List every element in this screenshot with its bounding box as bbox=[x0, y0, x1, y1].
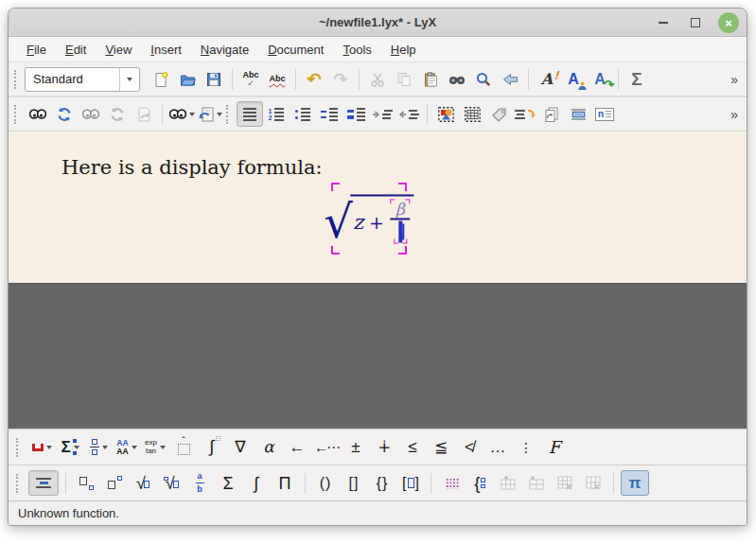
view-other-formats-button[interactable] bbox=[167, 101, 197, 127]
math-inset[interactable]: √ z + β bbox=[331, 183, 407, 254]
menu-document[interactable]: Document bbox=[259, 40, 332, 60]
bullet-list-button[interactable] bbox=[290, 101, 316, 127]
toggle-emphasis-button[interactable]: A ! bbox=[534, 66, 560, 92]
formula-fraction[interactable]: β bbox=[390, 201, 411, 243]
minimize-button[interactable] bbox=[654, 13, 673, 32]
insert-cross-reference-button[interactable] bbox=[538, 101, 565, 127]
title-bar[interactable]: ~/newfile1.lyx* - LyX × bbox=[9, 9, 747, 37]
delete-row-button[interactable] bbox=[552, 470, 578, 496]
enable-view-options-button[interactable] bbox=[131, 101, 157, 127]
superscript-button[interactable] bbox=[101, 470, 128, 496]
delimiters-button[interactable]: [ ] bbox=[397, 470, 424, 496]
update-document-button[interactable] bbox=[51, 101, 78, 127]
binary-operators-button[interactable]: ± bbox=[343, 434, 369, 460]
labeled-list-button[interactable] bbox=[343, 101, 369, 127]
braces-button[interactable]: {} bbox=[369, 470, 396, 496]
subscript-button[interactable] bbox=[73, 470, 99, 496]
menu-edit[interactable]: Edit bbox=[57, 40, 95, 60]
navigate-back-button[interactable] bbox=[497, 66, 523, 92]
leq-slant-button[interactable]: ≦ bbox=[428, 434, 454, 460]
toggle-noun-button[interactable]: A bbox=[560, 66, 587, 92]
insert-label-button[interactable] bbox=[485, 101, 512, 127]
find-button[interactable] bbox=[444, 66, 470, 92]
dots-button[interactable]: … bbox=[484, 434, 511, 460]
check-spelling-button[interactable]: Abc ✓ bbox=[237, 66, 264, 92]
arrows-button[interactable]: ← bbox=[284, 434, 310, 460]
undo-button[interactable]: ↶ bbox=[301, 66, 327, 92]
insert-matrix-button[interactable] bbox=[438, 470, 465, 496]
description-list-button[interactable] bbox=[316, 101, 343, 127]
redo-button[interactable]: ↷ bbox=[327, 66, 354, 92]
fractions-button[interactable] bbox=[85, 434, 112, 460]
view-master-button[interactable] bbox=[78, 101, 104, 127]
copy-button[interactable] bbox=[391, 66, 417, 92]
insert-graphics-button[interactable] bbox=[432, 101, 459, 127]
toolbar-overflow-button[interactable]: » bbox=[725, 72, 743, 87]
find-replace-button[interactable] bbox=[470, 66, 497, 92]
product-button[interactable]: Π bbox=[272, 470, 298, 496]
frame-styles-button[interactable]: F bbox=[541, 434, 568, 460]
decrease-depth-button[interactable] bbox=[396, 101, 422, 127]
negated-relations-button[interactable]: ≮ bbox=[456, 434, 483, 460]
update-other-formats-button[interactable] bbox=[197, 101, 224, 127]
maximize-button[interactable] bbox=[686, 13, 705, 32]
toolbar-drag-handle[interactable] bbox=[16, 438, 23, 457]
toolbar-drag-handle[interactable] bbox=[226, 105, 233, 124]
apply-last-style-button[interactable]: A ↷ bbox=[587, 66, 613, 92]
view-document-button[interactable] bbox=[25, 101, 51, 127]
toolbar-overflow-button[interactable]: » bbox=[725, 107, 743, 122]
paragraph-style-selector[interactable]: Standard bbox=[25, 67, 140, 92]
insert-math-button[interactable]: Σ bbox=[624, 66, 650, 92]
dashed-arrows-button[interactable]: ←⋯ bbox=[312, 434, 341, 460]
open-document-button[interactable] bbox=[174, 66, 201, 92]
increase-depth-button[interactable] bbox=[369, 101, 396, 127]
menu-file[interactable]: File bbox=[18, 40, 55, 60]
math-panel-toggle-button[interactable]: π bbox=[621, 470, 649, 496]
misc-symbols-button[interactable]: ∇ bbox=[227, 434, 254, 460]
relations-button[interactable]: ≤ bbox=[399, 434, 426, 460]
menu-tools[interactable]: Tools bbox=[334, 40, 379, 60]
paragraph-text[interactable]: Here is a display formula: bbox=[62, 156, 323, 179]
fraction-button[interactable]: a b bbox=[186, 470, 213, 496]
big-operators-button[interactable]: ∫ bbox=[199, 434, 225, 460]
fraction-denominator[interactable] bbox=[394, 223, 407, 243]
sum-button[interactable]: Σ bbox=[215, 470, 241, 496]
paste-button[interactable] bbox=[417, 66, 444, 92]
math-spacing-button[interactable] bbox=[28, 434, 55, 460]
math-accents-button[interactable]: ˆ bbox=[170, 434, 197, 460]
insert-note-button[interactable]: n bbox=[591, 101, 618, 127]
add-column-button[interactable] bbox=[523, 470, 550, 496]
insert-table-button[interactable] bbox=[459, 101, 485, 127]
menu-insert[interactable]: Insert bbox=[142, 40, 190, 60]
document-canvas[interactable]: Here is a display formula: √ z + β bbox=[9, 132, 747, 283]
integral-button[interactable]: ∫ bbox=[243, 470, 270, 496]
toolbar-drag-handle[interactable] bbox=[16, 474, 23, 493]
cut-button[interactable] bbox=[364, 66, 391, 92]
math-functions-button[interactable]: exp tan bbox=[142, 434, 168, 460]
close-button[interactable]: × bbox=[718, 12, 739, 33]
toolbar-drag-handle[interactable] bbox=[14, 105, 21, 124]
square-root-button[interactable]: √ bbox=[130, 470, 156, 496]
greek-letters-button[interactable]: α bbox=[255, 434, 282, 460]
paragraph-standard-button[interactable] bbox=[237, 101, 263, 127]
nth-root-button[interactable]: √ bbox=[158, 470, 185, 496]
fraction-numerator[interactable]: β bbox=[390, 201, 411, 219]
toolbar-drag-handle[interactable] bbox=[14, 70, 21, 89]
vertical-dots-button[interactable]: ⋮ bbox=[513, 434, 539, 460]
save-document-button[interactable] bbox=[201, 66, 227, 92]
numbered-list-button[interactable]: 1 2 bbox=[263, 101, 290, 127]
brackets-button[interactable]: [] bbox=[341, 470, 367, 496]
spellcheck-continuously-button[interactable]: Abc bbox=[264, 66, 290, 92]
add-row-button[interactable] bbox=[495, 470, 521, 496]
insert-cases-button[interactable]: { bbox=[466, 470, 493, 496]
insert-toc-button[interactable] bbox=[512, 101, 538, 127]
delete-column-button[interactable] bbox=[580, 470, 607, 496]
empty-math-box[interactable] bbox=[398, 221, 402, 243]
parentheses-button[interactable]: () bbox=[312, 470, 339, 496]
toggle-display-mode-button[interactable] bbox=[28, 470, 59, 496]
menu-view[interactable]: View bbox=[97, 40, 140, 60]
insert-box-button[interactable] bbox=[565, 101, 591, 127]
operators-with-limits-button[interactable]: Σ bbox=[57, 434, 83, 460]
menu-navigate[interactable]: Navigate bbox=[192, 40, 257, 60]
dot-plus-button[interactable]: ∔ bbox=[371, 434, 397, 460]
